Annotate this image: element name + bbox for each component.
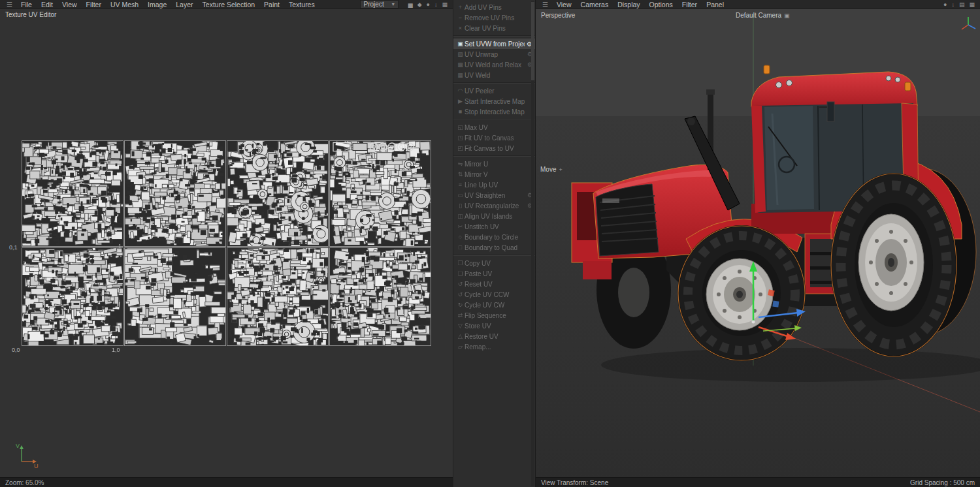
viewport-menu-filter[interactable]: Filter xyxy=(678,0,702,9)
command-label: Store UV xyxy=(465,322,525,330)
command-group-separator xyxy=(453,35,535,37)
command-clear-uv-pins[interactable]: ×Clear UV Pins xyxy=(453,23,535,33)
command-label: Line Up UV xyxy=(465,181,525,189)
start-interactive-mapping-icon: ▶ xyxy=(456,98,465,104)
menu-image[interactable]: Image xyxy=(143,0,171,9)
uv-command-panel: +Add UV Pins−Remove UV Pins×Clear UV Pin… xyxy=(453,0,536,487)
command-boundary-to-quad[interactable]: □Boundary to Quad xyxy=(453,242,535,253)
lock-icon[interactable]: ◆ xyxy=(417,0,422,9)
tool-hint-label: Move+ xyxy=(540,166,563,173)
command-fit-canvas-to-uv[interactable]: ◰Fit Canvas to UV xyxy=(453,143,535,153)
record-icon[interactable]: ● xyxy=(427,0,430,9)
cycle-uv-cw-icon: ↻ xyxy=(456,302,465,308)
download-icon[interactable]: ↓ xyxy=(951,0,955,9)
menu-hamburger-icon[interactable]: ☰ xyxy=(3,1,16,8)
command-label: UV Unwrap xyxy=(465,51,525,58)
stop-interactive-mapping-icon: ■ xyxy=(456,108,465,115)
command-remap[interactable]: ▱Remap... xyxy=(453,341,535,352)
command-label: Align UV Islands xyxy=(465,213,525,220)
viewport-menu-options[interactable]: Options xyxy=(645,0,678,9)
command-fit-uv-to-canvas[interactable]: ◳Fit UV to Canvas xyxy=(453,133,535,143)
scrollbar-thumb[interactable] xyxy=(531,2,534,80)
command-copy-uv[interactable]: ❐Copy UV xyxy=(453,258,535,268)
command-mirror-u[interactable]: ⇋Mirror U xyxy=(453,159,535,169)
command-add-uv-pins[interactable]: +Add UV Pins xyxy=(453,2,535,12)
uv-command-list: +Add UV Pins−Remove UV Pins×Clear UV Pin… xyxy=(453,2,535,352)
command-panel-scrollbar[interactable] xyxy=(531,1,534,486)
menu-uv-mesh[interactable]: UV Mesh xyxy=(106,0,143,9)
viewport-menu-display[interactable]: Display xyxy=(613,0,644,9)
command-stop-interactive-mapping[interactable]: ■Stop Interactive Mapping xyxy=(453,106,535,117)
command-uv-rectangularize[interactable]: ▯UV Rectangularize⚙ xyxy=(453,200,535,211)
menu-layer[interactable]: Layer xyxy=(171,0,197,9)
viewport-menu-cameras[interactable]: Cameras xyxy=(576,0,613,9)
camera-label[interactable]: Default Camera▣ xyxy=(736,12,790,19)
command-start-interactive-mapping[interactable]: ▶Start Interactive Mapping xyxy=(453,96,535,106)
menu-view[interactable]: View xyxy=(57,0,82,9)
viewport-toolbar: ●↓▤▦ xyxy=(943,0,975,9)
command-paste-uv[interactable]: ❏Paste UV xyxy=(453,268,535,279)
grid-icon[interactable]: ▦ xyxy=(442,0,448,9)
command-uv-weld-and-relax[interactable]: ▩UV Weld and Relax⚙ xyxy=(453,59,535,70)
download-icon[interactable]: ↓ xyxy=(434,0,438,9)
menu-paint[interactable]: Paint xyxy=(259,0,284,9)
unstitch-uv-icon: ✂ xyxy=(456,223,465,230)
command-store-uv[interactable]: ▽Store UV xyxy=(453,321,535,331)
command-label: Unstitch UV xyxy=(465,223,525,230)
uv-tile-canvas[interactable] xyxy=(124,247,226,346)
command-label: Start Interactive Mapping xyxy=(465,98,525,105)
uv-tile-canvas[interactable] xyxy=(22,140,123,247)
command-uv-straighten[interactable]: ▭UV Straighten⚙ xyxy=(453,190,535,200)
command-line-up-uv[interactable]: ≡Line Up UV xyxy=(453,180,535,190)
view-mode-label[interactable]: Perspective xyxy=(541,12,575,19)
command-mirror-v[interactable]: ⇅Mirror V xyxy=(453,169,535,180)
command-align-uv-islands[interactable]: ◫Align UV Islands xyxy=(453,211,535,221)
command-label: UV Peeler xyxy=(465,87,525,95)
viewport-menu-panel[interactable]: Panel xyxy=(702,0,728,9)
project-dropdown[interactable]: Project ▾ xyxy=(360,0,399,8)
command-group-separator xyxy=(453,255,535,256)
uv-editor-menubar: ☰ FileEditViewFilterUV MeshImageLayerTex… xyxy=(0,0,453,9)
uv-tile-canvas[interactable] xyxy=(227,140,329,247)
command-group-separator xyxy=(453,119,535,120)
command-label: Fit UV to Canvas xyxy=(465,134,525,142)
command-remove-uv-pins[interactable]: −Remove UV Pins xyxy=(453,12,535,23)
layers-icon[interactable]: ▤ xyxy=(959,0,965,9)
chevron-down-icon: ▾ xyxy=(392,1,395,7)
menu-hamburger-icon[interactable]: ☰ xyxy=(538,1,552,8)
viewport-pane: ☰ ViewCamerasDisplayOptionsFilterPanel ●… xyxy=(536,0,980,487)
flip-sequence-icon: ⇄ xyxy=(456,312,465,319)
command-uv-weld[interactable]: ▦UV Weld xyxy=(453,70,535,80)
uv-tile-canvas[interactable] xyxy=(329,140,431,247)
grid-icon[interactable]: ▦ xyxy=(969,0,975,9)
command-cycle-uv-cw[interactable]: ↻Cycle UV CW xyxy=(453,300,535,310)
menu-edit[interactable]: Edit xyxy=(37,0,57,9)
menu-texture-selection[interactable]: Texture Selection xyxy=(198,0,260,9)
command-restore-uv[interactable]: △Restore UV xyxy=(453,331,535,341)
uv-tile-canvas[interactable] xyxy=(22,247,123,346)
command-max-uv[interactable]: ◱Max UV xyxy=(453,122,535,133)
uv-tile-canvas[interactable] xyxy=(329,247,431,346)
command-uv-unwrap[interactable]: ▨UV Unwrap⚙ xyxy=(453,49,535,59)
command-uv-peeler[interactable]: ◠UV Peeler xyxy=(453,86,535,96)
command-reset-uv[interactable]: ↺Reset UV xyxy=(453,279,535,289)
command-set-uvw-from-projection[interactable]: ▣Set UVW from Projection⚙ xyxy=(453,39,535,49)
menu-file[interactable]: File xyxy=(16,0,37,9)
uv-coord-bottom-left: 0,0 xyxy=(12,347,20,353)
uv-tile-canvas[interactable] xyxy=(124,140,226,247)
record-icon[interactable]: ● xyxy=(943,0,947,9)
histogram-icon[interactable]: ▅ xyxy=(408,0,413,9)
v-axis-label: V xyxy=(16,443,20,449)
command-flip-sequence[interactable]: ⇄Flip Sequence xyxy=(453,310,535,321)
command-unstitch-uv[interactable]: ✂Unstitch UV xyxy=(453,221,535,232)
viewport-scene[interactable]: Perspective Default Camera▣ Move+ xyxy=(536,9,980,477)
menu-filter[interactable]: Filter xyxy=(82,0,106,9)
command-label: UV Weld and Relax xyxy=(465,61,525,69)
restore-uv-icon: △ xyxy=(456,333,465,339)
command-cycle-uv-ccw[interactable]: ↺Cycle UV CCW xyxy=(453,289,535,300)
viewport-menu-view[interactable]: View xyxy=(552,0,576,9)
command-label: Clear UV Pins xyxy=(465,25,525,32)
menu-textures[interactable]: Textures xyxy=(284,0,319,9)
command-boundary-to-circle[interactable]: ○Boundary to Circle xyxy=(453,232,535,242)
uv-tile-canvas[interactable] xyxy=(227,247,329,346)
